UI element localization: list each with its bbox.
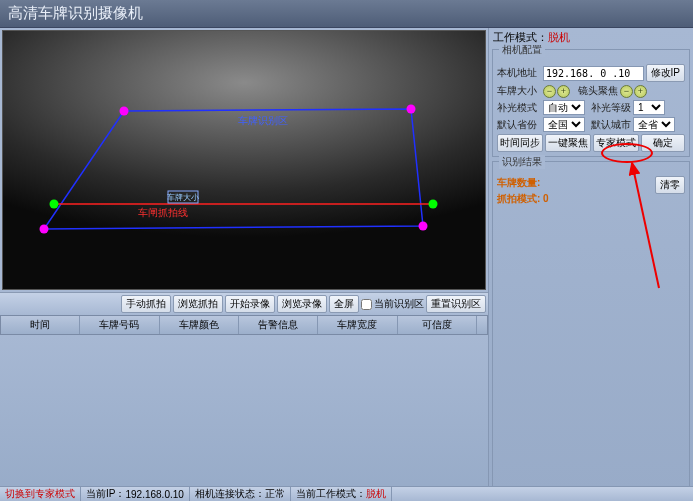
video-preview[interactable]: 车牌识别区 车闸抓拍线 车牌大小 <box>2 30 486 290</box>
ip-label: 本机地址 <box>497 66 541 80</box>
work-mode-value: 脱机 <box>548 31 570 43</box>
col-alarm: 告警信息 <box>239 316 318 334</box>
status-ip-value: 192.168.0.10 <box>125 489 183 500</box>
status-ip-cell: 当前IP：192.168.0.10 <box>81 487 190 501</box>
camera-config-title: 相机配置 <box>499 43 545 57</box>
main-area: 车牌识别区 车闸抓拍线 车牌大小 手动抓拍 浏览抓拍 开始录像 浏览录像 全屏 … <box>0 28 693 495</box>
result-group: 识别结果 清零 车牌数量: 抓拍模式: 0 <box>492 161 690 493</box>
svg-marker-0 <box>44 109 423 229</box>
col-color: 车牌颜色 <box>160 316 239 334</box>
title-bar: 高清车牌识别摄像机 <box>0 0 693 28</box>
status-conn-cell: 相机连接状态：正常 <box>190 487 291 501</box>
ip-input[interactable] <box>543 66 644 81</box>
zone-handle-top-right[interactable] <box>407 105 416 114</box>
zone-handle-top-left[interactable] <box>120 107 129 116</box>
video-toolbar: 手动抓拍 浏览抓拍 开始录像 浏览录像 全屏 当前识别区 重置识别区 <box>0 292 488 315</box>
show-zone-label: 当前识别区 <box>374 297 424 311</box>
right-panel: 工作模式：脱机 相机配置 本机地址 修改IP 车牌大小 − + 镜头聚焦 − + <box>488 28 693 495</box>
browse-snap-button[interactable]: 浏览抓拍 <box>173 295 223 313</box>
status-mode-value: 脱机 <box>366 487 386 501</box>
status-switch-expert: 切换到专家模式 <box>0 487 81 501</box>
status-conn-label: 相机连接状态： <box>195 487 265 501</box>
plate-size-plus-button[interactable]: + <box>557 85 570 98</box>
col-time: 时间 <box>1 316 80 334</box>
light-level-label: 补光等级 <box>591 101 631 115</box>
line-handle-right[interactable] <box>429 200 438 209</box>
camera-config-group: 相机配置 本机地址 修改IP 车牌大小 − + 镜头聚焦 − + 补光模式 <box>492 49 690 157</box>
reset-zone-button[interactable]: 重置识别区 <box>426 295 486 313</box>
lens-focus-spinner: − + <box>620 85 647 98</box>
show-zone-input[interactable] <box>361 299 372 310</box>
line-label: 车闸抓拍线 <box>138 206 188 220</box>
status-mode-cell: 当前工作模式：脱机 <box>291 487 392 501</box>
zone-label: 车牌识别区 <box>238 114 288 128</box>
change-ip-button[interactable]: 修改IP <box>646 64 685 82</box>
plate-size-spinner: − + <box>543 85 570 98</box>
status-ip-label: 当前IP： <box>86 487 125 501</box>
confirm-button[interactable]: 确定 <box>641 134 685 152</box>
one-key-focus-button[interactable]: 一键聚焦 <box>545 134 591 152</box>
default-prov-select[interactable]: 全国 <box>543 117 585 132</box>
result-table-body[interactable] <box>0 335 488 495</box>
fullscreen-button[interactable]: 全屏 <box>329 295 359 313</box>
browse-record-button[interactable]: 浏览录像 <box>277 295 327 313</box>
zone-handle-bottom-right[interactable] <box>419 222 428 231</box>
col-plate: 车牌号码 <box>80 316 159 334</box>
time-sync-button[interactable]: 时间同步 <box>497 134 543 152</box>
zone-handle-bottom-left[interactable] <box>40 225 49 234</box>
result-group-title: 识别结果 <box>499 155 545 169</box>
show-current-zone-checkbox[interactable]: 当前识别区 <box>361 297 424 311</box>
size-label: 车牌大小 <box>167 192 199 203</box>
col-width: 车牌宽度 <box>318 316 397 334</box>
status-bar: 切换到专家模式 当前IP：192.168.0.10 相机连接状态：正常 当前工作… <box>0 486 693 501</box>
lens-focus-label: 镜头聚焦 <box>578 84 618 98</box>
default-prov-label: 默认省份 <box>497 118 541 132</box>
col-spacer <box>477 316 487 334</box>
light-mode-label: 补光模式 <box>497 101 541 115</box>
status-mode-label: 当前工作模式： <box>296 487 366 501</box>
app-title: 高清车牌识别摄像机 <box>8 4 143 21</box>
plate-size-label: 车牌大小 <box>497 84 541 98</box>
manual-snap-button[interactable]: 手动抓拍 <box>121 295 171 313</box>
svg-rect-2 <box>168 191 198 203</box>
light-mode-select[interactable]: 自动 <box>543 100 585 115</box>
zone-overlay <box>3 31 485 289</box>
start-record-button[interactable]: 开始录像 <box>225 295 275 313</box>
lens-focus-plus-button[interactable]: + <box>634 85 647 98</box>
work-mode-label: 工作模式： <box>493 31 548 43</box>
line-handle-left[interactable] <box>50 200 59 209</box>
light-level-select[interactable]: 1 <box>633 100 665 115</box>
lens-focus-minus-button[interactable]: − <box>620 85 633 98</box>
expert-mode-button[interactable]: 专家模式 <box>593 134 639 152</box>
default-city-label: 默认城市 <box>591 118 631 132</box>
col-conf: 可信度 <box>398 316 477 334</box>
left-panel: 车牌识别区 车闸抓拍线 车牌大小 手动抓拍 浏览抓拍 开始录像 浏览录像 全屏 … <box>0 28 488 495</box>
plate-size-minus-button[interactable]: − <box>543 85 556 98</box>
stat-line-2: 抓拍模式: 0 <box>497 192 685 206</box>
status-conn-value: 正常 <box>265 487 285 501</box>
result-table-header: 时间 车牌号码 车牌颜色 告警信息 车牌宽度 可信度 <box>0 315 488 335</box>
clear-button[interactable]: 清零 <box>655 176 685 194</box>
default-city-select[interactable]: 全省 <box>633 117 675 132</box>
